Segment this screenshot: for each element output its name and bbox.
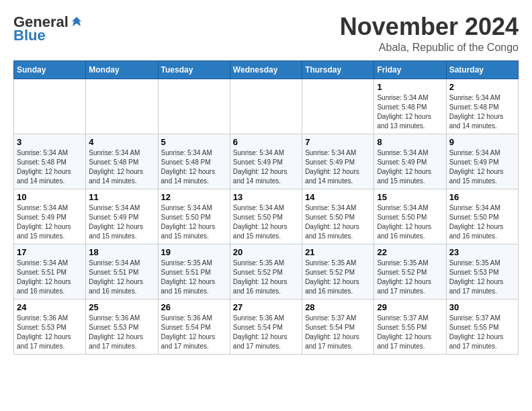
calendar-header-row: SundayMondayTuesdayWednesdayThursdayFrid…: [14, 60, 519, 79]
logo-blue-text: Blue: [13, 27, 46, 44]
calendar-cell: 24Sunrise: 5:36 AM Sunset: 5:53 PM Dayli…: [14, 299, 86, 354]
day-number: 27: [233, 302, 299, 312]
day-number: 20: [233, 247, 299, 257]
calendar-cell: 27Sunrise: 5:36 AM Sunset: 5:54 PM Dayli…: [230, 299, 302, 354]
day-info: Sunrise: 5:34 AM Sunset: 5:49 PM Dayligh…: [233, 148, 299, 186]
day-number: 9: [449, 137, 515, 147]
calendar-header-sunday: Sunday: [14, 60, 86, 79]
day-number: 3: [17, 137, 83, 147]
calendar-cell: 17Sunrise: 5:34 AM Sunset: 5:51 PM Dayli…: [14, 244, 86, 299]
calendar-cell: [14, 79, 86, 134]
day-number: 8: [377, 137, 443, 147]
calendar: SundayMondayTuesdayWednesdayThursdayFrid…: [13, 60, 519, 355]
day-number: 15: [377, 192, 443, 202]
calendar-cell: 4Sunrise: 5:34 AM Sunset: 5:48 PM Daylig…: [86, 134, 158, 189]
calendar-header-monday: Monday: [86, 60, 158, 79]
day-info: Sunrise: 5:37 AM Sunset: 5:55 PM Dayligh…: [377, 314, 443, 351]
calendar-cell: 12Sunrise: 5:34 AM Sunset: 5:50 PM Dayli…: [158, 189, 230, 244]
calendar-cell: 9Sunrise: 5:34 AM Sunset: 5:49 PM Daylig…: [446, 134, 518, 189]
calendar-cell: 22Sunrise: 5:35 AM Sunset: 5:52 PM Dayli…: [374, 244, 446, 299]
day-info: Sunrise: 5:35 AM Sunset: 5:51 PM Dayligh…: [161, 259, 227, 296]
day-number: 12: [161, 192, 227, 202]
calendar-cell: 2Sunrise: 5:34 AM Sunset: 5:48 PM Daylig…: [446, 79, 518, 134]
day-number: 25: [89, 302, 154, 312]
calendar-week-row: 24Sunrise: 5:36 AM Sunset: 5:53 PM Dayli…: [14, 299, 519, 354]
day-number: 4: [89, 137, 154, 147]
calendar-cell: 30Sunrise: 5:37 AM Sunset: 5:55 PM Dayli…: [446, 299, 518, 354]
day-number: 23: [449, 247, 515, 257]
day-info: Sunrise: 5:36 AM Sunset: 5:53 PM Dayligh…: [89, 314, 154, 351]
calendar-week-row: 1Sunrise: 5:34 AM Sunset: 5:48 PM Daylig…: [14, 79, 519, 134]
day-number: 14: [305, 192, 371, 202]
day-number: 1: [377, 82, 443, 92]
day-info: Sunrise: 5:35 AM Sunset: 5:52 PM Dayligh…: [233, 259, 299, 296]
calendar-cell: 20Sunrise: 5:35 AM Sunset: 5:52 PM Dayli…: [230, 244, 302, 299]
calendar-cell: 10Sunrise: 5:34 AM Sunset: 5:49 PM Dayli…: [14, 189, 86, 244]
calendar-cell: 28Sunrise: 5:37 AM Sunset: 5:54 PM Dayli…: [302, 299, 374, 354]
calendar-cell: 21Sunrise: 5:35 AM Sunset: 5:52 PM Dayli…: [302, 244, 374, 299]
day-info: Sunrise: 5:34 AM Sunset: 5:50 PM Dayligh…: [377, 203, 443, 241]
logo: General Blue: [13, 13, 83, 44]
day-info: Sunrise: 5:34 AM Sunset: 5:48 PM Dayligh…: [89, 148, 154, 186]
day-number: 21: [305, 247, 371, 257]
calendar-header-wednesday: Wednesday: [230, 60, 302, 79]
day-info: Sunrise: 5:35 AM Sunset: 5:52 PM Dayligh…: [377, 259, 443, 296]
day-info: Sunrise: 5:34 AM Sunset: 5:50 PM Dayligh…: [161, 203, 227, 241]
calendar-cell: [158, 79, 230, 134]
calendar-cell: [302, 79, 374, 134]
header: General Blue November 2024 Abala, Republ…: [13, 13, 519, 54]
day-number: 19: [161, 247, 227, 257]
day-number: 26: [161, 302, 227, 312]
day-info: Sunrise: 5:36 AM Sunset: 5:54 PM Dayligh…: [233, 314, 299, 351]
day-info: Sunrise: 5:34 AM Sunset: 5:48 PM Dayligh…: [377, 93, 443, 131]
calendar-header-saturday: Saturday: [446, 60, 518, 79]
calendar-cell: [86, 79, 158, 134]
day-info: Sunrise: 5:37 AM Sunset: 5:54 PM Dayligh…: [305, 314, 371, 351]
day-info: Sunrise: 5:34 AM Sunset: 5:51 PM Dayligh…: [17, 259, 83, 296]
calendar-cell: 11Sunrise: 5:34 AM Sunset: 5:49 PM Dayli…: [86, 189, 158, 244]
day-number: 29: [377, 302, 443, 312]
calendar-cell: 13Sunrise: 5:34 AM Sunset: 5:50 PM Dayli…: [230, 189, 302, 244]
calendar-week-row: 10Sunrise: 5:34 AM Sunset: 5:49 PM Dayli…: [14, 189, 519, 244]
calendar-header-tuesday: Tuesday: [158, 60, 230, 79]
day-info: Sunrise: 5:34 AM Sunset: 5:50 PM Dayligh…: [305, 203, 371, 241]
day-info: Sunrise: 5:34 AM Sunset: 5:49 PM Dayligh…: [377, 148, 443, 186]
calendar-cell: 18Sunrise: 5:34 AM Sunset: 5:51 PM Dayli…: [86, 244, 158, 299]
calendar-cell: 14Sunrise: 5:34 AM Sunset: 5:50 PM Dayli…: [302, 189, 374, 244]
day-info: Sunrise: 5:37 AM Sunset: 5:55 PM Dayligh…: [449, 314, 515, 351]
day-info: Sunrise: 5:34 AM Sunset: 5:49 PM Dayligh…: [305, 148, 371, 186]
calendar-week-row: 3Sunrise: 5:34 AM Sunset: 5:48 PM Daylig…: [14, 134, 519, 189]
day-info: Sunrise: 5:34 AM Sunset: 5:49 PM Dayligh…: [449, 148, 515, 186]
calendar-header-thursday: Thursday: [302, 60, 374, 79]
calendar-cell: 6Sunrise: 5:34 AM Sunset: 5:49 PM Daylig…: [230, 134, 302, 189]
calendar-cell: [230, 79, 302, 134]
calendar-cell: 15Sunrise: 5:34 AM Sunset: 5:50 PM Dayli…: [374, 189, 446, 244]
day-info: Sunrise: 5:35 AM Sunset: 5:52 PM Dayligh…: [305, 259, 371, 296]
title-area: November 2024 Abala, Republic of the Con…: [340, 13, 519, 54]
day-number: 13: [233, 192, 299, 202]
calendar-week-row: 17Sunrise: 5:34 AM Sunset: 5:51 PM Dayli…: [14, 244, 519, 299]
location: Abala, Republic of the Congo: [340, 42, 519, 54]
calendar-cell: 25Sunrise: 5:36 AM Sunset: 5:53 PM Dayli…: [86, 299, 158, 354]
day-number: 5: [161, 137, 227, 147]
day-info: Sunrise: 5:35 AM Sunset: 5:53 PM Dayligh…: [449, 259, 515, 296]
calendar-cell: 8Sunrise: 5:34 AM Sunset: 5:49 PM Daylig…: [374, 134, 446, 189]
day-info: Sunrise: 5:34 AM Sunset: 5:48 PM Dayligh…: [17, 148, 83, 186]
calendar-cell: 29Sunrise: 5:37 AM Sunset: 5:55 PM Dayli…: [374, 299, 446, 354]
day-number: 10: [17, 192, 83, 202]
day-number: 24: [17, 302, 83, 312]
day-info: Sunrise: 5:34 AM Sunset: 5:51 PM Dayligh…: [89, 259, 154, 296]
calendar-cell: 7Sunrise: 5:34 AM Sunset: 5:49 PM Daylig…: [302, 134, 374, 189]
day-info: Sunrise: 5:34 AM Sunset: 5:48 PM Dayligh…: [161, 148, 227, 186]
calendar-cell: 5Sunrise: 5:34 AM Sunset: 5:48 PM Daylig…: [158, 134, 230, 189]
logo-bird-icon: [70, 15, 83, 29]
calendar-cell: 19Sunrise: 5:35 AM Sunset: 5:51 PM Dayli…: [158, 244, 230, 299]
day-number: 28: [305, 302, 371, 312]
day-info: Sunrise: 5:34 AM Sunset: 5:49 PM Dayligh…: [17, 203, 83, 241]
day-number: 16: [449, 192, 515, 202]
day-number: 2: [449, 82, 515, 92]
calendar-cell: 23Sunrise: 5:35 AM Sunset: 5:53 PM Dayli…: [446, 244, 518, 299]
calendar-cell: 26Sunrise: 5:36 AM Sunset: 5:54 PM Dayli…: [158, 299, 230, 354]
day-number: 17: [17, 247, 83, 257]
day-info: Sunrise: 5:36 AM Sunset: 5:53 PM Dayligh…: [17, 314, 83, 351]
